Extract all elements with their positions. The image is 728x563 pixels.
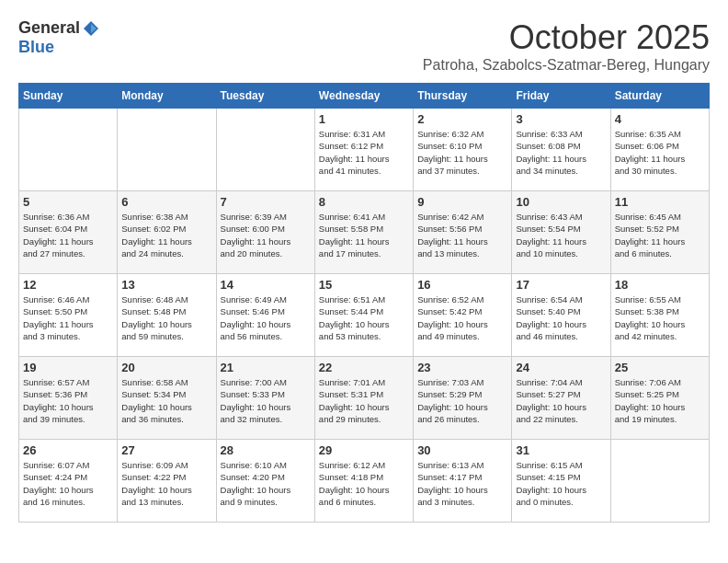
day-number: 12 bbox=[23, 278, 113, 292]
day-number: 16 bbox=[417, 278, 507, 292]
weekday-header: Wednesday bbox=[314, 84, 413, 109]
day-number: 11 bbox=[615, 195, 705, 209]
calendar-cell: 19Sunrise: 6:57 AM Sunset: 5:36 PM Dayli… bbox=[19, 357, 118, 440]
day-number: 23 bbox=[417, 361, 507, 374]
calendar-cell: 8Sunrise: 6:41 AM Sunset: 5:58 PM Daylig… bbox=[314, 191, 413, 274]
logo-blue-text: Blue bbox=[18, 38, 54, 57]
calendar-cell: 7Sunrise: 6:39 AM Sunset: 6:00 PM Daylig… bbox=[216, 191, 314, 274]
calendar-week-row: 1Sunrise: 6:31 AM Sunset: 6:12 PM Daylig… bbox=[19, 109, 710, 191]
day-number: 5 bbox=[23, 195, 113, 209]
calendar-cell: 16Sunrise: 6:52 AM Sunset: 5:42 PM Dayli… bbox=[414, 274, 512, 357]
day-number: 17 bbox=[516, 278, 606, 292]
calendar-cell bbox=[216, 109, 314, 191]
day-info: Sunrise: 7:04 AM Sunset: 5:27 PM Dayligh… bbox=[516, 376, 606, 425]
day-number: 2 bbox=[417, 112, 507, 126]
calendar-cell: 17Sunrise: 6:54 AM Sunset: 5:40 PM Dayli… bbox=[512, 274, 610, 357]
day-info: Sunrise: 6:52 AM Sunset: 5:42 PM Dayligh… bbox=[417, 293, 507, 342]
day-number: 20 bbox=[121, 361, 211, 374]
day-info: Sunrise: 6:43 AM Sunset: 5:54 PM Dayligh… bbox=[516, 211, 606, 259]
calendar-cell: 31Sunrise: 6:15 AM Sunset: 4:15 PM Dayli… bbox=[512, 440, 610, 523]
day-number: 14 bbox=[221, 278, 311, 292]
calendar-cell: 6Sunrise: 6:38 AM Sunset: 6:02 PM Daylig… bbox=[118, 191, 216, 274]
day-info: Sunrise: 6:13 AM Sunset: 4:17 PM Dayligh… bbox=[417, 459, 507, 508]
day-info: Sunrise: 6:55 AM Sunset: 5:38 PM Dayligh… bbox=[615, 293, 705, 342]
day-number: 15 bbox=[319, 278, 409, 292]
day-number: 30 bbox=[417, 443, 507, 457]
calendar-cell: 18Sunrise: 6:55 AM Sunset: 5:38 PM Dayli… bbox=[610, 274, 709, 357]
day-number: 6 bbox=[121, 195, 211, 209]
weekday-header: Monday bbox=[118, 84, 216, 109]
logo-icon bbox=[82, 19, 100, 38]
day-number: 18 bbox=[615, 278, 705, 292]
calendar-week-row: 26Sunrise: 6:07 AM Sunset: 4:24 PM Dayli… bbox=[19, 440, 710, 523]
calendar-week-row: 19Sunrise: 6:57 AM Sunset: 5:36 PM Dayli… bbox=[19, 357, 710, 440]
weekday-header: Tuesday bbox=[216, 84, 314, 109]
weekday-header: Sunday bbox=[19, 84, 118, 109]
day-info: Sunrise: 6:36 AM Sunset: 6:04 PM Dayligh… bbox=[23, 211, 113, 259]
day-info: Sunrise: 6:07 AM Sunset: 4:24 PM Dayligh… bbox=[23, 459, 113, 508]
calendar-table: SundayMondayTuesdayWednesdayThursdayFrid… bbox=[18, 83, 710, 523]
day-number: 31 bbox=[516, 443, 606, 457]
day-info: Sunrise: 6:48 AM Sunset: 5:48 PM Dayligh… bbox=[121, 293, 211, 342]
calendar-cell: 27Sunrise: 6:09 AM Sunset: 4:22 PM Dayli… bbox=[118, 440, 216, 523]
calendar-cell: 11Sunrise: 6:45 AM Sunset: 5:52 PM Dayli… bbox=[610, 191, 709, 274]
day-info: Sunrise: 7:01 AM Sunset: 5:31 PM Dayligh… bbox=[319, 376, 409, 425]
day-info: Sunrise: 6:32 AM Sunset: 6:10 PM Dayligh… bbox=[417, 128, 507, 177]
calendar-cell: 23Sunrise: 7:03 AM Sunset: 5:29 PM Dayli… bbox=[414, 357, 512, 440]
day-info: Sunrise: 6:58 AM Sunset: 5:34 PM Dayligh… bbox=[121, 376, 211, 425]
day-number: 27 bbox=[121, 443, 211, 457]
calendar-header: SundayMondayTuesdayWednesdayThursdayFrid… bbox=[19, 84, 710, 109]
calendar-cell: 26Sunrise: 6:07 AM Sunset: 4:24 PM Dayli… bbox=[19, 440, 118, 523]
day-info: Sunrise: 7:00 AM Sunset: 5:33 PM Dayligh… bbox=[221, 376, 311, 425]
day-info: Sunrise: 6:10 AM Sunset: 4:20 PM Dayligh… bbox=[221, 459, 311, 508]
day-number: 21 bbox=[221, 361, 311, 374]
month-title: October 2025 bbox=[423, 18, 710, 57]
title-block: October 2025 Patroha, Szabolcs-Szatmar-B… bbox=[423, 18, 710, 74]
weekday-row: SundayMondayTuesdayWednesdayThursdayFrid… bbox=[19, 84, 710, 109]
day-info: Sunrise: 6:35 AM Sunset: 6:06 PM Dayligh… bbox=[615, 128, 705, 177]
day-number: 22 bbox=[319, 361, 409, 374]
page-header: General Blue October 2025 Patroha, Szabo… bbox=[18, 18, 710, 74]
calendar-cell: 21Sunrise: 7:00 AM Sunset: 5:33 PM Dayli… bbox=[216, 357, 314, 440]
calendar-cell: 15Sunrise: 6:51 AM Sunset: 5:44 PM Dayli… bbox=[314, 274, 413, 357]
day-number: 24 bbox=[516, 361, 606, 374]
day-number: 4 bbox=[615, 112, 705, 126]
day-info: Sunrise: 6:45 AM Sunset: 5:52 PM Dayligh… bbox=[615, 211, 705, 259]
weekday-header: Saturday bbox=[610, 84, 709, 109]
calendar-cell: 25Sunrise: 7:06 AM Sunset: 5:25 PM Dayli… bbox=[610, 357, 709, 440]
calendar-cell: 5Sunrise: 6:36 AM Sunset: 6:04 PM Daylig… bbox=[19, 191, 118, 274]
day-number: 7 bbox=[221, 195, 311, 209]
day-number: 29 bbox=[319, 443, 409, 457]
day-info: Sunrise: 6:41 AM Sunset: 5:58 PM Dayligh… bbox=[319, 211, 409, 259]
calendar-week-row: 5Sunrise: 6:36 AM Sunset: 6:04 PM Daylig… bbox=[19, 191, 710, 274]
day-info: Sunrise: 6:38 AM Sunset: 6:02 PM Dayligh… bbox=[121, 211, 211, 259]
calendar-cell: 20Sunrise: 6:58 AM Sunset: 5:34 PM Dayli… bbox=[118, 357, 216, 440]
day-number: 9 bbox=[417, 195, 507, 209]
calendar-week-row: 12Sunrise: 6:46 AM Sunset: 5:50 PM Dayli… bbox=[19, 274, 710, 357]
day-info: Sunrise: 6:09 AM Sunset: 4:22 PM Dayligh… bbox=[121, 459, 211, 508]
calendar-cell: 10Sunrise: 6:43 AM Sunset: 5:54 PM Dayli… bbox=[512, 191, 610, 274]
day-info: Sunrise: 6:15 AM Sunset: 4:15 PM Dayligh… bbox=[516, 459, 606, 508]
day-info: Sunrise: 7:03 AM Sunset: 5:29 PM Dayligh… bbox=[417, 376, 507, 425]
calendar-cell: 3Sunrise: 6:33 AM Sunset: 6:08 PM Daylig… bbox=[512, 109, 610, 191]
calendar-cell bbox=[610, 440, 709, 523]
calendar-cell: 13Sunrise: 6:48 AM Sunset: 5:48 PM Dayli… bbox=[118, 274, 216, 357]
day-info: Sunrise: 6:54 AM Sunset: 5:40 PM Dayligh… bbox=[516, 293, 606, 342]
calendar-body: 1Sunrise: 6:31 AM Sunset: 6:12 PM Daylig… bbox=[19, 109, 710, 523]
day-info: Sunrise: 6:49 AM Sunset: 5:46 PM Dayligh… bbox=[221, 293, 311, 342]
calendar-cell bbox=[118, 109, 216, 191]
calendar-cell: 9Sunrise: 6:42 AM Sunset: 5:56 PM Daylig… bbox=[414, 191, 512, 274]
location-title: Patroha, Szabolcs-Szatmar-Bereg, Hungary bbox=[423, 57, 710, 74]
calendar-cell: 22Sunrise: 7:01 AM Sunset: 5:31 PM Dayli… bbox=[314, 357, 413, 440]
logo-general-text: General bbox=[18, 18, 80, 38]
day-number: 25 bbox=[615, 361, 705, 374]
calendar-cell: 2Sunrise: 6:32 AM Sunset: 6:10 PM Daylig… bbox=[414, 109, 512, 191]
day-info: Sunrise: 6:42 AM Sunset: 5:56 PM Dayligh… bbox=[417, 211, 507, 259]
day-number: 10 bbox=[516, 195, 606, 209]
calendar-cell: 12Sunrise: 6:46 AM Sunset: 5:50 PM Dayli… bbox=[19, 274, 118, 357]
calendar-cell: 4Sunrise: 6:35 AM Sunset: 6:06 PM Daylig… bbox=[610, 109, 709, 191]
calendar-cell: 24Sunrise: 7:04 AM Sunset: 5:27 PM Dayli… bbox=[512, 357, 610, 440]
calendar-cell: 28Sunrise: 6:10 AM Sunset: 4:20 PM Dayli… bbox=[216, 440, 314, 523]
day-number: 8 bbox=[319, 195, 409, 209]
calendar-cell bbox=[19, 109, 118, 191]
